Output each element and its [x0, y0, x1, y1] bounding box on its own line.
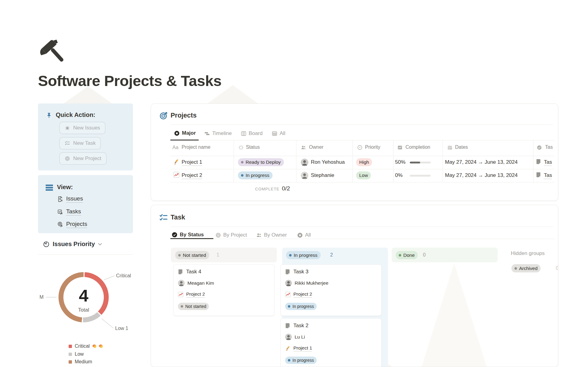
new-project-button[interactable]: New Project: [59, 152, 107, 165]
issues-priority-toggle[interactable]: Issues Priority: [43, 241, 102, 248]
col-dates[interactable]: Dates: [455, 144, 468, 150]
status-burst-icon: [238, 145, 244, 150]
tab-timeline[interactable]: Timeline: [204, 130, 232, 137]
people-icon: [301, 145, 306, 150]
avatar: [178, 280, 185, 286]
legend-label-low: Low: [75, 351, 84, 357]
status-pill[interactable]: Ready to Deploy: [238, 158, 284, 166]
avatar: [301, 172, 308, 179]
writing-hand-icon: [173, 159, 179, 165]
avatar: [285, 280, 292, 286]
col-priority[interactable]: Priority: [365, 144, 380, 150]
priority-pill[interactable]: High: [356, 158, 372, 166]
target-icon: [65, 156, 70, 161]
chart-increasing-icon: [285, 292, 291, 297]
priority-pill[interactable]: Low: [356, 171, 371, 179]
check-arrow-icon: [57, 209, 63, 215]
dates-value[interactable]: May 27, 2024 → June 13, 2024: [445, 172, 518, 178]
issues-priority-label: Issues Priority: [53, 241, 95, 248]
quick-action-callout: Quick Action: New Issues New Task New: [38, 103, 133, 170]
status-dot: [241, 174, 243, 177]
tab-timeline-label: Timeline: [212, 130, 232, 137]
avatar: [285, 334, 292, 340]
task-card-title[interactable]: Task 2: [293, 323, 308, 329]
task-card-title[interactable]: Task 3: [293, 269, 308, 275]
table-footer-calc[interactable]: COMPLETE 0/2: [255, 185, 290, 192]
pie-chart-icon: [43, 241, 50, 248]
chart-increasing-icon: [173, 172, 179, 178]
view-heading: View:: [57, 184, 73, 191]
target-icon: [215, 232, 221, 238]
issues-priority-chart: 4 Total Critical M Low 1 Critical Low Me…: [38, 259, 133, 367]
task-owner: Meagan Kim: [187, 280, 214, 286]
tab-board[interactable]: Board: [241, 130, 262, 137]
issues-link-label: Issues: [66, 195, 83, 203]
task-project-link[interactable]: Project 1: [293, 345, 312, 351]
col-owner[interactable]: Owner: [309, 144, 323, 150]
target-arrow-icon: [57, 221, 63, 228]
column-count: 0: [423, 252, 426, 258]
column-count: 2: [330, 252, 333, 258]
tab-by-project[interactable]: By Project: [215, 232, 247, 238]
sidebar-link-projects[interactable]: Projects: [57, 221, 87, 228]
page-icon: [178, 269, 183, 275]
tab-all-label: All: [305, 232, 311, 238]
hidden-groups-label: Hidden groups: [511, 250, 545, 257]
archived-label: Archived: [519, 266, 537, 271]
tabs-divider: [170, 239, 555, 239]
task-status-pill: Not started: [178, 303, 209, 310]
task-card-title[interactable]: Task 4: [186, 269, 201, 275]
col-status[interactable]: Status: [246, 144, 260, 150]
column-label: Done: [403, 253, 415, 258]
tab-by-owner-label: By Owner: [264, 232, 287, 238]
sidebar-link-issues[interactable]: Issues: [57, 195, 83, 203]
status-pill[interactable]: In progress: [238, 171, 273, 179]
chart-increasing-icon: [178, 292, 183, 297]
task-project-link[interactable]: Project 2: [293, 291, 312, 298]
task-relation-link[interactable]: Tas: [544, 172, 552, 179]
dates-value[interactable]: May 27, 2024 → June 13, 2024: [445, 159, 518, 165]
priority-label: Low: [359, 173, 368, 178]
new-task-button[interactable]: New Task: [59, 137, 101, 149]
column-header-not-started[interactable]: Not started: [175, 251, 209, 259]
hidden-group-archived[interactable]: Archived: [511, 264, 541, 272]
task-owner: Lu Li: [295, 334, 305, 340]
tab-by-status[interactable]: By Status: [172, 232, 204, 238]
pushpin-icon: [46, 112, 52, 119]
status-dot: [288, 305, 290, 308]
column-header-in-progress[interactable]: In progress: [286, 251, 321, 259]
progress-bar: [410, 162, 431, 163]
people-icon: [256, 232, 262, 238]
project-link[interactable]: Project 1: [182, 159, 202, 166]
sidebar-link-tasks[interactable]: Tasks: [57, 208, 81, 215]
task-relation-link[interactable]: Tas: [544, 159, 552, 166]
owner-name[interactable]: Ron Yehoshua: [311, 159, 345, 165]
status-dot: [289, 254, 292, 257]
tab-major[interactable]: Major: [174, 130, 196, 136]
column-header-done[interactable]: Done: [396, 251, 418, 259]
task-project-link[interactable]: Project 2: [186, 291, 205, 298]
tab-by-status-label: By Status: [180, 232, 204, 238]
task-card[interactable]: Task 3 Rikki Mukherjee Project 2 In prog…: [281, 264, 382, 316]
col-completion[interactable]: Completion: [405, 144, 430, 150]
legend-item-medium: Medium: [69, 359, 92, 365]
owner-name[interactable]: Stephanie: [311, 172, 334, 178]
legend-label-medium: Medium: [75, 359, 92, 365]
project-link[interactable]: Project 2: [182, 172, 202, 179]
new-issues-button[interactable]: New Issues: [59, 122, 105, 134]
tab-all[interactable]: All: [272, 130, 285, 137]
page-icon: [536, 159, 541, 165]
projects-link-label: Projects: [66, 221, 87, 228]
task-card[interactable]: Task 2 Lu Li Project 1 I: [281, 318, 382, 367]
column-count: 1: [217, 252, 219, 258]
col-project-name[interactable]: Project name: [182, 144, 210, 150]
writing-hand-icon: [285, 346, 291, 351]
task-card[interactable]: Task 4 Meagan Kim Project 2 Not started: [173, 264, 274, 316]
donut-label-medium: M: [40, 294, 43, 300]
tab-all[interactable]: All: [297, 232, 311, 238]
legend-swatch-critical: [69, 345, 72, 348]
column-label: In progress: [294, 253, 318, 258]
col-tasks[interactable]: Tas: [545, 144, 553, 150]
task-status-pill: In progress: [285, 303, 317, 310]
tab-by-owner[interactable]: By Owner: [256, 232, 287, 238]
